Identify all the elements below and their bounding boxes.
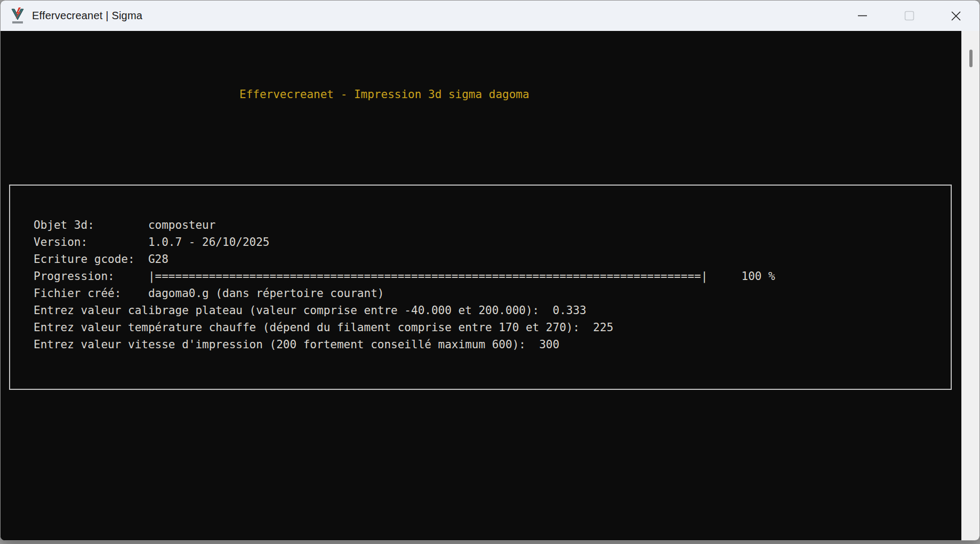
app-icon[interactable]	[10, 7, 25, 25]
titlebar[interactable]: Effervecreanet | Sigma	[1, 1, 979, 31]
line-fichier-cree: Fichier créé: dagoma0.g (dans répertoire…	[34, 285, 940, 302]
line-progression: Progression: |==========================…	[34, 268, 940, 285]
scrollbar-thumb[interactable]	[969, 50, 973, 67]
close-button[interactable]	[933, 1, 979, 31]
line-temperature-input: Entrez valeur température chauffe (dépen…	[34, 319, 940, 336]
line-objet-3d: Objet 3d: composteur	[34, 217, 940, 234]
line-vitesse-input: Entrez valeur vitesse d'impression (200 …	[34, 336, 940, 353]
maximize-icon	[904, 11, 914, 21]
window-title: Effervecreanet | Sigma	[32, 10, 142, 22]
console[interactable]: Effervecreanet - Impression 3d sigma dag…	[1, 31, 961, 540]
line-ecriture-gcode: Ecriture gcode: G28	[34, 251, 940, 268]
app-window: Effervecreanet | Sigma E	[0, 0, 980, 541]
scrollbar[interactable]	[961, 31, 979, 540]
line-calibrage-input: Entrez valeur calibrage plateau (valeur …	[34, 302, 940, 319]
maximize-button[interactable]	[886, 1, 933, 31]
console-header: Effervecreanet - Impression 3d sigma dag…	[239, 86, 529, 103]
close-icon	[951, 11, 961, 21]
minimize-icon	[857, 11, 867, 21]
minimize-button[interactable]	[839, 1, 886, 31]
line-version: Version: 1.0.7 - 26/10/2025	[34, 234, 940, 251]
window-controls	[839, 1, 979, 31]
output-box: Objet 3d: composteur Version: 1.0.7 - 26…	[9, 185, 952, 390]
